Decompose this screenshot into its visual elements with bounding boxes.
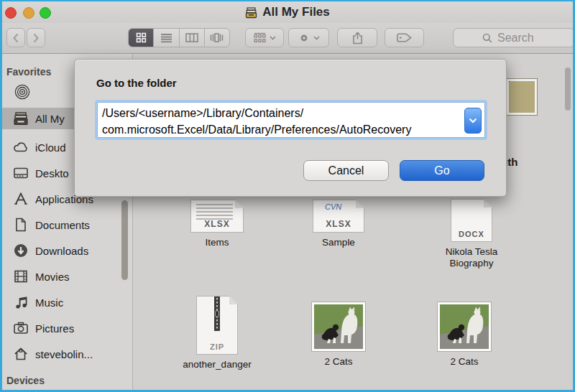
search-placeholder: Search: [497, 32, 534, 45]
xlsx-file-icon: CVN XLSX: [313, 200, 364, 233]
window-title: All My Files: [262, 5, 330, 19]
sidebar-item-movies[interactable]: Movies: [2, 266, 133, 287]
path-line-2: com.microsoft.Excel/Data/Library/Prefere…: [102, 121, 463, 138]
xlsx-file-icon: XLSX: [190, 200, 244, 233]
title-bar: All My Files: [2, 1, 573, 23]
sidebar-item-label: Deskto: [35, 167, 69, 179]
file-item-sample[interactable]: CVN XLSX Sample: [309, 200, 368, 248]
share-icon: [352, 32, 363, 45]
sidebar-item-label: stevebolin...: [35, 348, 93, 360]
zip-file-icon: ZIP: [196, 296, 238, 355]
file-type-badge: ZIP: [197, 342, 237, 351]
file-item-another-danger[interactable]: ZIP another_danger: [173, 296, 261, 370]
file-label: another_danger: [183, 359, 251, 370]
pictures-icon: [12, 319, 29, 337]
photo-thumbnail-icon: [437, 302, 492, 352]
sidebar-item-home[interactable]: stevebolin...: [2, 343, 133, 365]
folder-path-field[interactable]: /Users/<username>/Library/Containers/ co…: [95, 100, 487, 140]
chevron-down-icon: [469, 118, 477, 123]
toolbar: Search: [2, 23, 573, 54]
file-label: Items: [205, 237, 229, 248]
go-to-folder-dialog: Go to the folder /Users/<username>/Libra…: [74, 59, 507, 197]
devices-section-header: Devices: [6, 375, 45, 386]
chevron-down-icon: [313, 36, 320, 40]
downloads-icon: [12, 242, 29, 259]
column-view-icon: [185, 33, 198, 42]
photo-thumbnail-icon: [311, 302, 366, 352]
file-icon: [507, 79, 537, 115]
icon-view-button[interactable]: [129, 29, 154, 47]
tag-icon: [397, 33, 412, 42]
tag-button[interactable]: [385, 28, 424, 47]
icloud-icon: [12, 139, 29, 156]
all-my-files-icon: [12, 110, 29, 127]
sidebar-item-label: All My: [35, 113, 65, 125]
sidebar-item-label: Music: [35, 297, 63, 309]
sidebar-item-pictures[interactable]: Pictures: [2, 317, 133, 339]
chevron-down-icon: [270, 36, 276, 40]
file-type-badge: XLSX: [191, 219, 243, 229]
file-item-2-cats[interactable]: 2 Cats: [309, 302, 368, 368]
documents-icon: [12, 216, 29, 233]
action-gear-button[interactable]: [288, 28, 329, 47]
sidebar-item-documents[interactable]: Documents: [2, 214, 133, 235]
grid-view-icon: [136, 32, 147, 43]
airdrop-icon: [14, 83, 31, 101]
forward-button[interactable]: [27, 28, 45, 47]
finder-window: All My Files: [0, 0, 575, 392]
file-label: 2 Cats: [450, 356, 478, 368]
path-line-1: /Users/<username>/Library/Containers/: [102, 105, 463, 121]
music-icon: [12, 294, 29, 311]
list-view-button[interactable]: [154, 29, 179, 47]
file-item-partial[interactable]: uth: [507, 79, 537, 115]
coverflow-view-button[interactable]: [205, 29, 229, 47]
sidebar-item-label: Downloads: [35, 245, 88, 257]
sidebar-item-label: iCloud: [35, 141, 66, 154]
applications-icon: [12, 190, 29, 207]
file-item-2-cats[interactable]: 2 Cats: [435, 302, 494, 368]
view-mode-segmented-control: [128, 28, 230, 47]
file-type-badge: XLSX: [313, 219, 364, 229]
file-label: Sample: [322, 237, 355, 248]
list-view-icon: [160, 33, 172, 43]
content-scrollbar[interactable]: [565, 67, 571, 111]
cancel-button[interactable]: Cancel: [303, 160, 389, 181]
sidebar-scrollbar[interactable]: [121, 200, 128, 280]
file-item-items[interactable]: XLSX Items: [188, 200, 247, 248]
share-button[interactable]: [337, 28, 377, 47]
path-dropdown-button[interactable]: [464, 108, 482, 134]
movies-icon: [12, 268, 29, 285]
all-my-files-title-icon: [245, 6, 257, 19]
sidebar-item-music[interactable]: Music: [2, 291, 133, 313]
coverflow-view-icon: [210, 33, 224, 42]
gear-icon: [298, 32, 310, 45]
sidebar-item-label: Movies: [35, 271, 70, 283]
favorites-section-header: Favorites: [6, 66, 51, 78]
back-button[interactable]: [6, 28, 25, 47]
window-title-group: All My Files: [2, 1, 573, 23]
desktop-icon: [12, 164, 29, 182]
doc-preview-scribble: CVN: [325, 202, 341, 211]
search-icon: [482, 33, 492, 43]
home-icon: [12, 345, 29, 363]
file-label: Nikola Tesla Biography: [446, 246, 498, 269]
docx-file-icon: DOCX: [451, 199, 492, 242]
go-button[interactable]: Go: [400, 160, 484, 181]
sidebar-item-label: Pictures: [35, 322, 74, 335]
sidebar-item-downloads[interactable]: Downloads: [2, 240, 133, 261]
arrange-icon: [253, 32, 267, 43]
search-input[interactable]: Search: [453, 28, 575, 47]
file-type-badge: DOCX: [451, 230, 492, 238]
arrange-button[interactable]: [245, 28, 284, 47]
dialog-title: Go to the folder: [96, 77, 177, 89]
file-item-nikola-tesla-biography[interactable]: DOCX Nikola Tesla Biography: [437, 199, 506, 269]
column-view-button[interactable]: [180, 29, 205, 47]
sidebar-item-label: Documents: [35, 219, 90, 231]
file-label: 2 Cats: [324, 356, 352, 368]
